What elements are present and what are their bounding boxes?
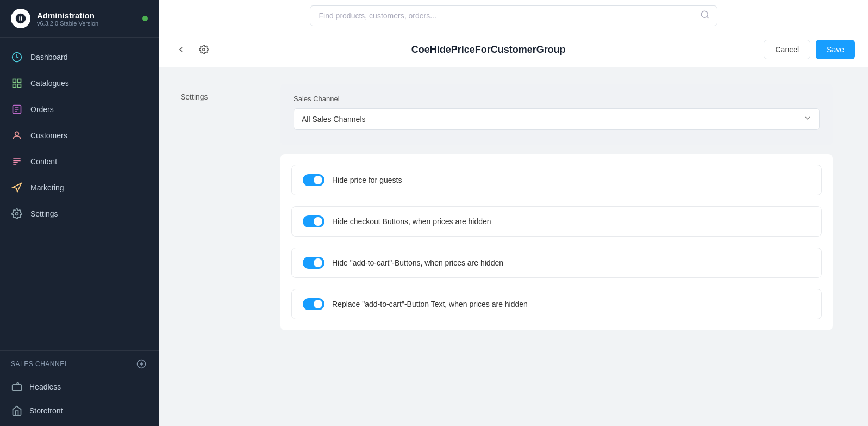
svg-point-7 [16,213,18,215]
content-icon [11,156,23,168]
app-name: Administration [37,11,136,20]
sales-channel-select[interactable]: All Sales Channels [294,108,820,130]
toggle-slider [303,174,324,186]
channel-item-storefront[interactable]: Storefront [11,399,148,423]
toggle-switch-hide-add-to-cart[interactable] [303,257,324,269]
toggle-hide-price-guests: Hide price for guests [291,165,822,195]
header-actions: Cancel Save [764,40,855,59]
status-dot [142,16,148,21]
toggle-hide-checkout-buttons: Hide checkout Buttons, when prices are h… [291,206,822,237]
app-version: v6.3.2.0 Stable Version [37,20,136,27]
sidebar-label-content: Content [30,157,57,166]
app-logo [11,9,30,28]
section-content: Sales Channel All Sales Channels [280,84,833,330]
svg-line-13 [707,16,708,18]
sidebar-label-marketing: Marketing [30,183,64,192]
storefront-icon [11,405,23,417]
svg-rect-2 [18,79,21,83]
marketing-icon [11,182,23,194]
content-grid: Settings Sales Channel All Sales Channel… [180,84,833,330]
toggle-label-hide-checkout-buttons: Hide checkout Buttons, when prices are h… [332,217,491,226]
settings-section-label: Settings [180,84,267,330]
sales-channel-field-label: Sales Channel [294,95,820,103]
sidebar-item-marketing[interactable]: Marketing [0,175,159,201]
search-input[interactable] [310,5,717,26]
toggle-slider [303,215,324,227]
toggle-switch-replace-add-to-cart-text[interactable] [303,298,324,310]
svg-rect-1 [13,79,16,83]
page-title: CoeHidePriceForCustomerGroup [213,44,764,55]
toggle-slider [303,257,324,269]
toggle-hide-add-to-cart: Hide "add-to-cart"-Buttons, when prices … [291,248,822,278]
cancel-button[interactable]: Cancel [764,40,810,59]
channel-item-headless[interactable]: Headless [11,375,148,399]
select-wrapper: All Sales Channels [294,108,820,130]
svg-rect-4 [18,84,21,88]
catalogues-icon [11,77,23,89]
toggle-replace-add-to-cart-text: Replace "add-to-cart"-Button Text, when … [291,289,822,319]
main-content: CoeHidePriceForCustomerGroup Cancel Save… [159,0,868,426]
back-button[interactable] [172,42,190,57]
sales-channel-header: Sales Channel [11,357,148,371]
sidebar-label-catalogues: Catalogues [30,79,69,88]
toggle-label-hide-price-guests: Hide price for guests [332,176,402,184]
app-title-block: Administration v6.3.2.0 Stable Version [37,11,136,27]
sidebar-nav: Dashboard Catalogues Orders Customers [0,38,159,350]
toggle-switch-hide-checkout-buttons[interactable] [303,215,324,227]
sidebar-header: Administration v6.3.2.0 Stable Version [0,0,159,38]
toggle-switch-hide-price-guests[interactable] [303,174,324,186]
svg-point-14 [203,48,205,51]
svg-point-6 [15,132,19,135]
search-icon [700,10,710,22]
sidebar-item-settings[interactable]: Settings [0,201,159,227]
content-area: Settings Sales Channel All Sales Channel… [159,67,868,426]
svg-rect-11 [13,385,22,391]
toggle-label-hide-add-to-cart: Hide "add-to-cart"-Buttons, when prices … [332,258,503,267]
toggle-slider [303,298,324,310]
sales-channel-card: Sales Channel All Sales Channels [280,84,833,145]
sidebar-item-catalogues[interactable]: Catalogues [0,70,159,96]
page-settings-button[interactable] [195,42,213,57]
customers-icon [11,129,23,141]
channel-label-headless: Headless [29,382,61,391]
headless-icon [11,381,23,393]
sidebar-label-orders: Orders [30,105,54,114]
settings-icon [11,208,23,220]
svg-rect-3 [13,84,16,88]
svg-point-12 [701,11,708,17]
sidebar-label-settings: Settings [30,209,58,218]
sidebar-item-content[interactable]: Content [0,149,159,175]
sidebar-item-dashboard[interactable]: Dashboard [0,44,159,70]
sales-channel-label: Sales Channel [11,360,68,368]
dashboard-icon [11,51,23,63]
sidebar-item-customers[interactable]: Customers [0,122,159,149]
sales-channel-section: Sales Channel Headless Storefront [0,350,159,426]
sidebar-label-customers: Customers [30,131,67,140]
sidebar-item-orders[interactable]: Orders [0,96,159,122]
add-channel-button[interactable] [135,357,148,371]
search-wrapper [310,5,717,26]
channel-label-storefront: Storefront [29,406,63,415]
sidebar-label-dashboard: Dashboard [30,53,68,61]
topbar [159,0,868,32]
save-button[interactable]: Save [816,40,855,59]
toggle-label-replace-add-to-cart-text: Replace "add-to-cart"-Button Text, when … [332,300,528,308]
orders-icon [11,103,23,115]
page-header: CoeHidePriceForCustomerGroup Cancel Save [159,32,868,67]
toggles-section: Hide price for guests Hide checkout Butt… [280,154,833,330]
sidebar: Administration v6.3.2.0 Stable Version D… [0,0,159,426]
